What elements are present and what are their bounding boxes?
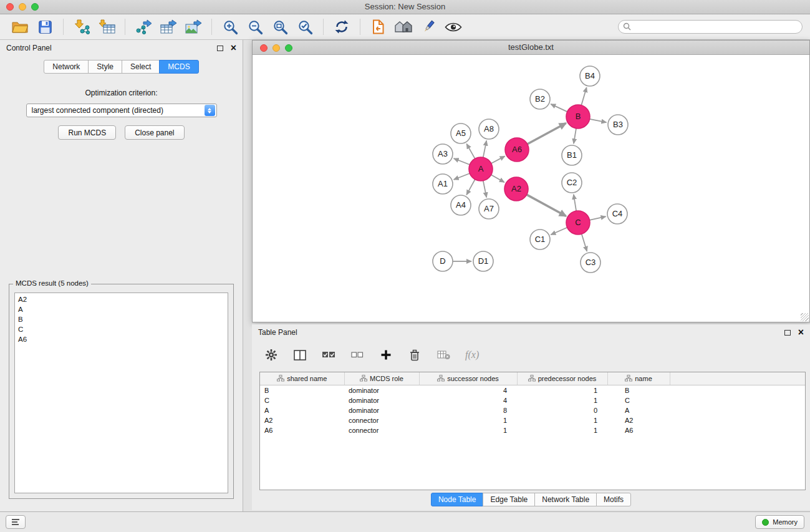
edge-A-A6[interactable] [491, 156, 505, 163]
edge-B-B1[interactable] [574, 128, 576, 143]
edge-A-A7[interactable] [483, 181, 486, 198]
graph-node-A8[interactable]: A8 [479, 119, 499, 139]
graph-node-B2[interactable]: B2 [530, 89, 550, 109]
column-header-name[interactable]: name [607, 372, 670, 385]
edge-A-A8[interactable] [483, 141, 486, 158]
column-header-successor-nodes[interactable]: successor nodes [419, 372, 517, 385]
mcds-result-list[interactable]: A2ABCA6 [14, 293, 228, 493]
table-row[interactable]: Cdominator41C [260, 395, 805, 405]
graph-node-B[interactable]: B [566, 105, 590, 128]
graph-node-C4[interactable]: C4 [607, 204, 627, 224]
graph-node-D[interactable]: D [433, 251, 453, 271]
mcds-result-item[interactable]: B [15, 314, 228, 324]
table-tab-network-table[interactable]: Network Table [534, 493, 597, 506]
zoom-traffic-light[interactable] [31, 3, 39, 11]
column-header-predecessor-nodes[interactable]: predecessor nodes [517, 372, 607, 385]
edge-B-B2[interactable] [551, 104, 567, 112]
mcds-result-item[interactable]: A6 [15, 334, 228, 344]
mcds-result-item[interactable]: C [15, 324, 228, 334]
graph-node-C2[interactable]: C2 [562, 173, 582, 193]
open-file-button[interactable] [9, 17, 31, 37]
graph-node-C[interactable]: C [566, 211, 590, 235]
add-column-button[interactable] [379, 349, 393, 360]
graph-node-B1[interactable]: B1 [562, 145, 582, 165]
import-table-button[interactable] [95, 17, 118, 37]
network-close-traffic-light[interactable] [260, 44, 268, 52]
select-all-button[interactable] [322, 351, 335, 359]
refresh-view-button[interactable] [330, 17, 353, 37]
edge-C-C3[interactable] [582, 234, 587, 251]
graph-node-A5[interactable]: A5 [451, 123, 471, 143]
mcds-result-item[interactable]: A [15, 304, 228, 314]
function-builder-button[interactable]: f(x) [465, 349, 479, 360]
table-row[interactable]: Bdominator41B [260, 385, 805, 395]
graph-node-B3[interactable]: B3 [608, 115, 628, 135]
edge-C-C4[interactable] [590, 216, 606, 220]
home-button[interactable] [392, 17, 415, 37]
deselect-all-button[interactable] [350, 352, 364, 358]
zoom-in-button[interactable] [219, 17, 241, 37]
minimize-traffic-light[interactable] [19, 3, 26, 11]
export-image-button[interactable] [182, 17, 205, 37]
table-tab-node-table[interactable]: Node Table [431, 493, 484, 506]
edge-A-A4[interactable] [466, 180, 475, 195]
edge-A2-C[interactable] [527, 195, 566, 216]
graph-node-A[interactable]: A [469, 157, 493, 181]
edge-A-A3[interactable] [454, 158, 470, 165]
show-columns-button[interactable] [293, 350, 307, 360]
edge-C-C2[interactable] [574, 195, 576, 211]
table-row[interactable]: A2connector11A2 [260, 415, 805, 425]
graph-node-C1[interactable]: C1 [530, 230, 550, 249]
close-panel-button[interactable]: Close panel [125, 125, 184, 140]
network-canvas[interactable]: B4B2BB3A5A8A6B1A3AC2A1A2A4A7C4CC1C3DD1 [253, 56, 809, 322]
run-mcds-button[interactable]: Run MCDS [58, 125, 116, 140]
zoom-selected-button[interactable] [294, 17, 316, 37]
show-hide-button[interactable] [442, 17, 465, 37]
graph-node-A1[interactable]: A1 [433, 174, 453, 194]
edge-A-A1[interactable] [454, 173, 470, 180]
export-table-button[interactable] [157, 17, 180, 37]
zoom-fit-button[interactable] [269, 17, 291, 37]
task-history-button[interactable] [6, 515, 26, 529]
network-minimize-traffic-light[interactable] [272, 44, 280, 52]
graph-node-A4[interactable]: A4 [451, 195, 471, 215]
export-document-button[interactable] [367, 17, 390, 37]
table-tab-edge-table[interactable]: Edge Table [483, 493, 535, 506]
edge-B-B4[interactable] [581, 87, 586, 105]
edge-A6-B[interactable] [528, 123, 566, 145]
edge-B-B3[interactable] [590, 119, 607, 122]
table-row[interactable]: A6connector11A6 [260, 425, 805, 435]
table-row[interactable]: Adominator80A [260, 405, 805, 415]
graph-node-A3[interactable]: A3 [433, 144, 453, 164]
table-settings-button[interactable] [264, 349, 278, 361]
delete-column-button[interactable] [408, 349, 422, 361]
table-tab-motifs[interactable]: Motifs [596, 493, 631, 506]
edge-C-C1[interactable] [551, 228, 567, 235]
memory-button[interactable]: Memory [755, 515, 804, 529]
import-network-button[interactable] [70, 17, 93, 37]
table-panel-close-button[interactable]: × [798, 328, 804, 337]
mcds-result-item[interactable]: A2 [15, 294, 228, 304]
graph-node-A2[interactable]: A2 [504, 177, 528, 201]
control-tab-style[interactable]: Style [88, 60, 122, 74]
graph-node-A6[interactable]: A6 [505, 138, 529, 162]
panel-float-button[interactable] [217, 46, 223, 51]
save-session-button[interactable] [34, 17, 56, 37]
graph-node-D1[interactable]: D1 [473, 251, 493, 271]
delete-table-button[interactable] [436, 350, 450, 360]
column-header-shared-name[interactable]: shared name [260, 372, 344, 385]
control-tab-network[interactable]: Network [44, 60, 89, 74]
graph-node-C3[interactable]: C3 [581, 253, 600, 273]
edge-A-A2[interactable] [491, 175, 504, 182]
export-network-button[interactable] [132, 17, 155, 37]
graph-node-A7[interactable]: A7 [479, 199, 499, 219]
control-tab-mcds[interactable]: MCDS [159, 60, 198, 74]
control-tab-select[interactable]: Select [122, 60, 160, 74]
close-traffic-light[interactable] [6, 3, 14, 11]
zoom-out-button[interactable] [244, 17, 266, 37]
criterion-dropdown[interactable]: largest connected component (directed) [26, 104, 217, 117]
panel-close-button[interactable]: × [231, 44, 236, 52]
network-zoom-traffic-light[interactable] [285, 44, 292, 52]
network-graph[interactable]: B4B2BB3A5A8A6B1A3AC2A1A2A4A7C4CC1C3DD1 [253, 56, 809, 322]
search-input[interactable] [618, 20, 803, 34]
